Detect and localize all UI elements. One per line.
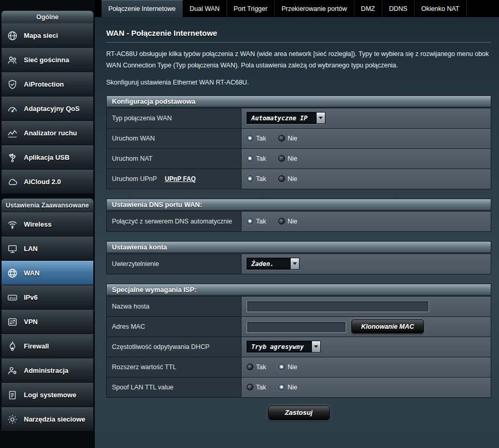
dns-auto-radio-tak[interactable]: [247, 218, 253, 225]
radio-label: Nie: [288, 363, 297, 371]
lan-icon: [6, 243, 19, 255]
extend-ttl-radio-nie[interactable]: [278, 363, 285, 370]
firewall-flame-icon: [6, 340, 19, 353]
extend-ttl-radio-tak[interactable]: [247, 363, 253, 370]
wireless-icon: [6, 218, 19, 231]
traffic-analyzer-icon: [6, 127, 19, 139]
row-label: Częstotliwość odpytywania DHCP: [107, 337, 241, 357]
section-header: Ustawienia DNS portu WAN:: [106, 199, 491, 211]
sidebar-item-aplikacja-usb[interactable]: Aplikacja USB: [1, 145, 94, 170]
ipv6-icon: IPv6: [6, 291, 19, 304]
table-row: Rozszerz wartość TTL Tak Nie: [107, 357, 491, 377]
sidebar-item-label: Sieć gościnna: [24, 56, 69, 64]
tab-dual-wan[interactable]: Dual WAN: [183, 0, 227, 17]
cloud-icon: [6, 176, 19, 188]
tab-przekierowanie-portow[interactable]: Przekierowanie portów: [275, 0, 354, 17]
section-header: Konfiguracja podstawowa: [106, 95, 491, 107]
section-header: Specjalne wymagania ISP:: [106, 284, 491, 296]
row-label: Uruchom WAN: [107, 128, 241, 148]
radio-label: Nie: [288, 135, 297, 142]
apply-area: Zastosuj: [106, 405, 491, 420]
enable-nat-radio-nie[interactable]: [278, 155, 285, 162]
authentication-select[interactable]: Żaden.: [247, 258, 300, 270]
row-label: Uwierzytelnienie: [107, 254, 241, 274]
sidebar-item-narzedzia-sieciowe[interactable]: Narzędzia sieciowe: [1, 407, 94, 431]
table-row: Połączyć z serwerem DNS automatycznie Ta…: [107, 211, 491, 231]
radio-label: Tak: [256, 155, 266, 162]
mac-clone-button[interactable]: Klonowanie MAC: [351, 319, 424, 333]
apply-button[interactable]: Zastosuj: [268, 405, 330, 420]
section-account: Ustawienia konta Uwierzytelnienie Żaden.: [106, 241, 491, 274]
sidebar-item-label: Logi systemowe: [24, 391, 76, 399]
sidebar-item-label: Narzędzia sieciowe: [24, 415, 85, 423]
section-wan-dns: Ustawienia DNS portu WAN: Połączyć z ser…: [106, 199, 491, 232]
spoof-ttl-radio-nie[interactable]: [278, 384, 285, 390]
tab-ddns[interactable]: DDNS: [382, 0, 415, 17]
enable-upnp-radio-nie[interactable]: [278, 175, 285, 182]
sidebar-item-label: Firewall: [24, 342, 49, 350]
mac-address-input[interactable]: [247, 321, 346, 333]
row-label: Uruchom UPnP UPnP FAQ: [107, 169, 241, 189]
tab-polaczenie-internetowe[interactable]: Połączenie Internetowe: [102, 0, 183, 17]
system-log-icon: [6, 389, 19, 401]
sidebar-item-aiprotection[interactable]: AiProtection: [1, 72, 94, 96]
sidebar-section-general: Ogólne: [1, 10, 94, 23]
chevron-down-icon: [311, 341, 320, 352]
section-basic-config: Konfiguracja podstawowa Typ połączenia W…: [106, 95, 491, 189]
table-row: Uruchom WAN Tak Nie: [107, 128, 491, 148]
radio-label: Tak: [256, 135, 266, 142]
sidebar-item-adaptacyjny-qos[interactable]: Adaptacyjny QoS: [1, 96, 94, 121]
row-label: Nazwa hosta: [107, 296, 241, 316]
tab-dmz[interactable]: DMZ: [354, 0, 382, 17]
sidebar-item-label: LAN: [24, 245, 38, 253]
sidebar-item-wan[interactable]: WAN: [1, 261, 94, 285]
page-subdescription: Skonfiguruj ustawienia Ethernet WAN RT-A…: [106, 79, 491, 86]
table-row: Adres MAC Klonowanie MAC: [107, 316, 491, 337]
spoof-ttl-radio-tak[interactable]: [247, 384, 253, 390]
dhcp-query-frequency-select[interactable]: Tryb agresywny: [247, 341, 321, 353]
sidebar-item-administracja[interactable]: Administracja: [1, 358, 94, 383]
upnp-faq-link[interactable]: UPnP FAQ: [165, 175, 196, 183]
main-area: Połączenie Internetowe Dual WAN Port Tri…: [95, 0, 499, 448]
sidebar-item-logi-systemowe[interactable]: Logi systemowe: [1, 383, 94, 407]
tab-port-trigger[interactable]: Port Trigger: [227, 0, 275, 17]
row-label: Typ połączenia WAN: [107, 108, 241, 128]
dns-auto-radio-nie[interactable]: [278, 218, 285, 225]
sidebar-item-label: Analizator ruchu: [24, 129, 77, 137]
sidebar-section-advanced: Ustawienia Zaawansowane: [1, 198, 94, 212]
sidebar-item-analizator-ruchu[interactable]: Analizator ruchu: [1, 121, 94, 145]
sidebar-item-ipv6[interactable]: IPv6 IPv6: [1, 285, 94, 310]
content: WAN - Połączenie Internetowe RT-AC68U ob…: [95, 17, 499, 448]
sidebar-item-label: WAN: [24, 269, 39, 277]
sidebar-item-firewall[interactable]: Firewall: [1, 334, 94, 358]
enable-nat-radio-tak[interactable]: [247, 155, 253, 162]
sidebar-item-vpn[interactable]: VPN: [1, 310, 94, 334]
vpn-icon: [6, 316, 19, 328]
row-label: Uruchom NAT: [107, 148, 241, 169]
enable-upnp-radio-tak[interactable]: [247, 175, 253, 182]
enable-wan-radio-tak[interactable]: [247, 135, 253, 142]
qos-gauge-icon: [6, 103, 19, 115]
radio-label: Nie: [288, 218, 297, 225]
row-label: Rozszerz wartość TTL: [107, 357, 241, 377]
sidebar-item-lan[interactable]: LAN: [1, 236, 94, 261]
network-tools-icon: [6, 413, 19, 426]
sidebar: Ogólne Mapa sieci Sieć gościnna AiProtec…: [0, 0, 95, 448]
table-row: Uwierzytelnienie Żaden.: [107, 254, 491, 274]
sidebar-item-siec-goscinna[interactable]: Sieć gościnna: [1, 48, 94, 72]
section-isp-requirements: Specjalne wymagania ISP: Nazwa hosta Adr…: [106, 284, 491, 398]
table-row: Częstotliwość odpytywania DHCP Tryb agre…: [107, 337, 491, 357]
sidebar-item-label: Wireless: [24, 220, 51, 228]
chevron-down-icon: [316, 113, 325, 123]
row-label: Adres MAC: [107, 316, 241, 337]
sidebar-item-aicloud[interactable]: AiCloud 2.0: [1, 170, 94, 194]
radio-label: Tak: [256, 175, 266, 183]
enable-wan-radio-nie[interactable]: [278, 135, 285, 142]
radio-label: Nie: [288, 384, 297, 391]
wan-connection-type-select[interactable]: Automatyczne IP: [247, 112, 325, 124]
tab-okienko-nat[interactable]: Okienko NAT: [415, 0, 466, 17]
sidebar-item-mapa-sieci[interactable]: Mapa sieci: [1, 23, 94, 48]
radio-label: Tak: [256, 363, 266, 371]
hostname-input[interactable]: [247, 301, 429, 312]
sidebar-item-wireless[interactable]: Wireless: [1, 212, 94, 236]
